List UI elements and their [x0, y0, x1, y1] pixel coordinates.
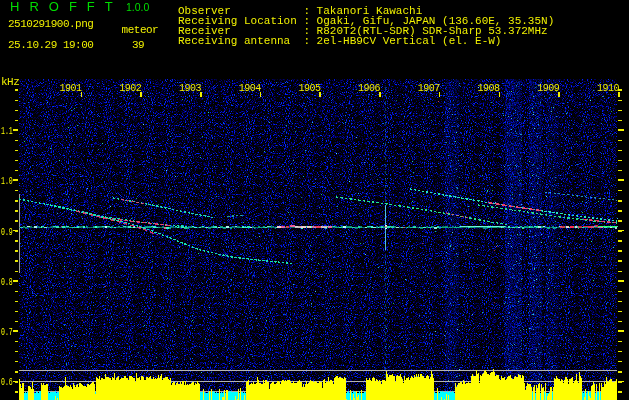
svg-text:1.0: 1.0: [1, 175, 13, 187]
svg-text:1902: 1902: [119, 83, 142, 94]
svg-text:1906: 1906: [358, 83, 381, 94]
svg-text:1908: 1908: [477, 83, 500, 94]
svg-text:0.9: 0.9: [1, 226, 13, 238]
svg-text:39: 39: [132, 39, 144, 51]
svg-text:1.0.0: 1.0.0: [126, 1, 150, 13]
svg-text:1904: 1904: [239, 83, 262, 94]
svg-text:kHz: kHz: [1, 76, 19, 88]
svg-text:1901: 1901: [59, 83, 82, 94]
svg-text:Receiving antenna : 2el-HB9CV: Receiving antenna : 2el-HB9CV Vertical (…: [178, 35, 501, 47]
svg-text:1910: 1910: [597, 83, 620, 94]
svg-text:HROFFT: HROFFT: [10, 0, 123, 14]
svg-text:1905: 1905: [298, 83, 321, 94]
svg-text:meteor: meteor: [122, 24, 159, 36]
svg-text:0.7: 0.7: [1, 326, 13, 338]
svg-text:0.6: 0.6: [1, 376, 13, 388]
svg-text:1907: 1907: [418, 83, 441, 94]
svg-text:2510291900.png: 2510291900.png: [8, 18, 93, 30]
svg-text:0.8: 0.8: [1, 276, 13, 288]
svg-text:25.10.29 19:00: 25.10.29 19:00: [8, 39, 93, 51]
svg-text:1.1: 1.1: [1, 125, 13, 137]
svg-text:1903: 1903: [179, 83, 202, 94]
svg-text:1909: 1909: [537, 83, 560, 94]
